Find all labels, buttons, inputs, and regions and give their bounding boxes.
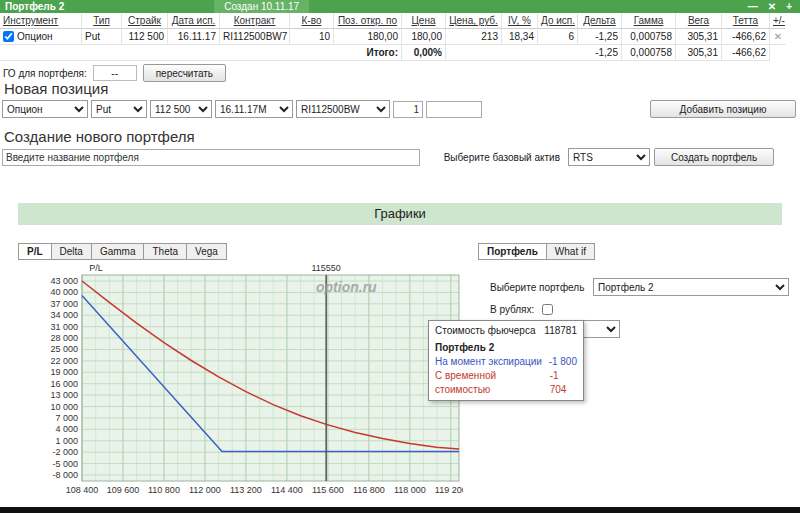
expiry-select[interactable]: 16.11.17M (215, 100, 293, 118)
col-header-posopen[interactable]: Поз. откр. по (334, 13, 402, 29)
svg-text:37 000: 37 000 (50, 299, 78, 309)
timevalue-value: -1 704 (550, 369, 577, 397)
window-title: Портфель 2 (0, 1, 64, 12)
cell-days: 6 (538, 29, 578, 45)
price-input[interactable] (426, 101, 482, 118)
rubles-checkbox[interactable] (542, 304, 553, 315)
tab-theta[interactable]: Theta (144, 243, 187, 260)
pl-chart[interactable]: 43 00040 00037 00034 00031 00028 00025 0… (18, 261, 463, 507)
cell-qty: 10 (290, 29, 334, 45)
svg-text:113 200: 113 200 (230, 485, 262, 495)
contract-select[interactable]: RI112500BW (296, 100, 390, 118)
recalculate-button[interactable]: пересчитать (143, 64, 226, 82)
tooltip-portfolio-name: Портфель 2 (435, 340, 577, 355)
col-header-qty[interactable]: К-во (290, 13, 334, 29)
strike-select[interactable]: 112 500 (150, 100, 212, 118)
svg-text:1 000: 1 000 (55, 436, 78, 446)
future-price-label: Стоимость фьючерса (435, 324, 535, 338)
tooltip-expiration-row: На момент экспирации -1 800 (435, 355, 577, 369)
cell-strike: 112 500 (122, 29, 168, 45)
new-position-title: Новая позиция (4, 80, 108, 97)
col-header-delta[interactable]: Дельта (578, 13, 622, 29)
svg-text:22 000: 22 000 (50, 356, 78, 366)
tab-whatif[interactable]: What if (547, 243, 595, 260)
col-header-strike[interactable]: Страйк (122, 13, 168, 29)
go-value: -- (93, 65, 137, 81)
future-price-value: 118781 (544, 324, 577, 338)
svg-text:28 000: 28 000 (50, 333, 78, 343)
chart-tabs: P/L Delta Gamma Theta Vega (18, 243, 227, 260)
svg-text:16 000: 16 000 (50, 379, 78, 389)
tab-pl[interactable]: P/L (18, 243, 52, 260)
charts-section-header: Графики (18, 203, 782, 225)
col-header-gamma[interactable]: Гамма (622, 13, 676, 29)
base-asset-select[interactable]: RTS (568, 148, 650, 166)
col-header-contract[interactable]: Контракт (220, 13, 290, 29)
svg-text:25 000: 25 000 (50, 344, 78, 354)
go-label: ГО для портфеля: (3, 68, 87, 79)
svg-text:119 200: 119 200 (435, 485, 463, 495)
window-titlebar: Портфель 2 Создан 10.11.17 — ✕ + (0, 0, 800, 13)
col-header-vega[interactable]: Вега (676, 13, 722, 29)
totals-spacer2 (446, 45, 578, 61)
chart-plot-area[interactable]: 43 00040 00037 00034 00031 00028 00025 0… (18, 261, 463, 507)
tab-gamma[interactable]: Gamma (92, 243, 145, 260)
cell-theta: -466,62 (722, 29, 770, 45)
close-icon[interactable]: ✕ (768, 1, 776, 12)
position-enabled-checkbox[interactable] (3, 31, 14, 42)
timevalue-label: С временной стоимостью (435, 369, 550, 397)
portfolio-name-input[interactable] (2, 149, 420, 166)
instrument-select[interactable]: Опцион (2, 100, 88, 118)
svg-text:114 400: 114 400 (271, 485, 303, 495)
instrument-label: Опцион (17, 29, 53, 44)
add-position-button[interactable]: Добавить позицию (650, 100, 796, 118)
col-header-price[interactable]: Цена (402, 13, 446, 29)
window-controls: — ✕ + (748, 1, 800, 12)
col-header-instrument[interactable]: Инструмент (0, 13, 82, 29)
svg-text:34 000: 34 000 (50, 310, 78, 320)
col-header-iv[interactable]: IV, % (502, 13, 538, 29)
totals-row: Итого: 0,00% -1,25 0,000758 305,31 -466,… (0, 45, 788, 61)
cell-iv: 18,34 (502, 29, 538, 45)
col-header-pricerub[interactable]: Цена, руб. (446, 13, 502, 29)
svg-text:13 000: 13 000 (50, 390, 78, 400)
create-portfolio-button[interactable]: Создать портфель (654, 148, 774, 166)
tab-vega[interactable]: Vega (187, 243, 227, 260)
add-portfolio-icon[interactable]: + (786, 1, 792, 12)
col-header-plusminus[interactable]: +/- (770, 13, 786, 29)
svg-text:31 000: 31 000 (50, 322, 78, 332)
svg-text:43 000: 43 000 (50, 276, 78, 286)
totals-delta: -1,25 (578, 45, 622, 61)
tab-delta[interactable]: Delta (52, 243, 92, 260)
type-select[interactable]: Put (91, 100, 147, 118)
cell-expdate: 16.11.17 (168, 29, 220, 45)
totals-vega: 305,31 (676, 45, 722, 61)
svg-text:-8 000: -8 000 (52, 470, 78, 480)
col-header-days[interactable]: До исп. (538, 13, 578, 29)
tab-portfolio[interactable]: Портфель (478, 243, 547, 260)
minimize-icon[interactable]: — (748, 1, 758, 12)
quantity-input[interactable] (393, 101, 423, 118)
delete-row-icon[interactable]: ✕ (770, 29, 786, 45)
tooltip-timevalue-row: С временной стоимостью -1 704 (435, 369, 577, 397)
svg-text:118 000: 118 000 (394, 485, 426, 495)
svg-text:115 600: 115 600 (312, 485, 344, 495)
svg-text:-2 000: -2 000 (52, 447, 78, 457)
svg-text:116 800: 116 800 (353, 485, 385, 495)
select-portfolio-label: Выберите портфель (490, 282, 593, 293)
cell-vega: 305,31 (676, 29, 722, 45)
svg-text:109 600: 109 600 (107, 485, 140, 495)
svg-text:-5 000: -5 000 (52, 459, 78, 469)
create-portfolio-row: Выберите базовый актив RTS Создать портф… (2, 148, 774, 166)
col-header-expdate[interactable]: Дата исп. (168, 13, 220, 29)
watermark: option.ru (316, 279, 377, 295)
select-portfolio-row: Выберите портфель Портфель 2 (490, 278, 796, 296)
table-row: Опцион Put 112 500 16.11.17 RI112500BW7 … (0, 29, 788, 45)
totals-spacer (0, 45, 334, 61)
col-header-theta[interactable]: Тетта (722, 13, 770, 29)
svg-text:112 000: 112 000 (189, 485, 221, 495)
svg-text:110 800: 110 800 (148, 485, 180, 495)
portfolio-select[interactable]: Портфель 2 (593, 278, 789, 296)
rubles-label: В рублях: (490, 304, 534, 315)
col-header-type[interactable]: Тип (82, 13, 122, 29)
